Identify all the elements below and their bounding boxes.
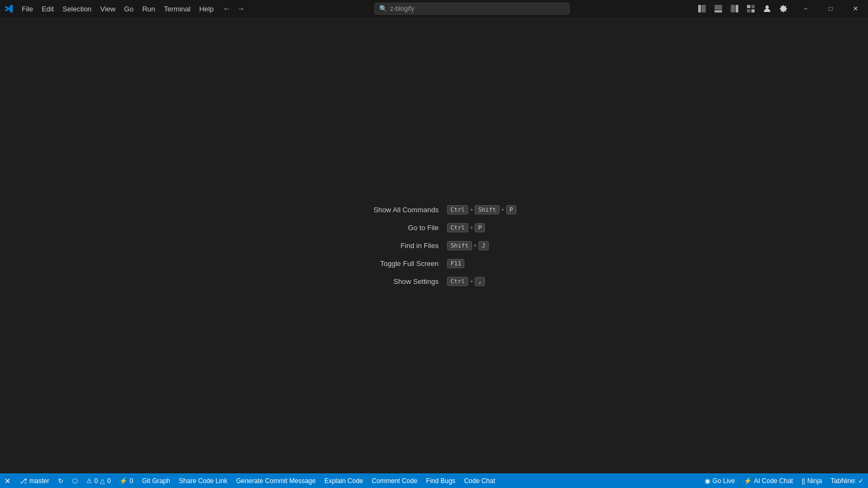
code-chat-label: Code Chat <box>464 477 495 485</box>
menu-selection[interactable]: Selection <box>58 0 95 17</box>
git-graph-label: Git Graph <box>142 477 170 485</box>
generate-commit-label: Generate Commit Message <box>236 477 316 485</box>
status-sync-item[interactable]: ↻ <box>54 473 68 488</box>
errors-count: 0 <box>94 477 98 485</box>
svg-point-10 <box>765 5 769 9</box>
go-live-label: Go Live <box>712 477 735 485</box>
svg-rect-4 <box>731 5 735 12</box>
svg-rect-3 <box>714 10 722 12</box>
svg-rect-6 <box>747 5 750 8</box>
svg-rect-2 <box>714 5 722 10</box>
status-checkout-item[interactable]: ⬡ <box>68 473 82 488</box>
menu-bar: File Edit Selection View Go Run Terminal… <box>17 0 218 17</box>
lightning-icon: ⚡ <box>119 477 127 485</box>
status-git-graph-button[interactable]: Git Graph <box>138 473 175 488</box>
menu-go[interactable]: Go <box>120 0 138 17</box>
toggle-secondary-sidebar-button[interactable] <box>727 1 742 16</box>
search-text: z-blogify <box>390 5 414 12</box>
triangle-icon: △ <box>100 477 105 485</box>
toggle-primary-sidebar-button[interactable] <box>694 1 710 16</box>
branch-name: master <box>29 477 49 485</box>
ai-code-chat-label: AI Code Chat <box>754 477 793 485</box>
shortcut-keys-toggle-fullscreen: F11 <box>447 259 464 268</box>
key-ctrl3: Ctrl <box>447 277 468 286</box>
status-generate-commit-button[interactable]: Generate Commit Message <box>232 473 320 488</box>
menu-view[interactable]: View <box>96 0 120 17</box>
shortcut-show-settings: Show Settings Ctrl + , <box>352 277 485 286</box>
status-go-live-button[interactable]: ◉ Go Live <box>700 473 739 488</box>
checkout-icon: ⬡ <box>72 477 78 485</box>
comment-code-label: Comment Code <box>372 477 417 485</box>
shortcut-find-in-files: Find in Files Shift + J <box>352 241 488 250</box>
menu-terminal[interactable]: Terminal <box>159 0 195 17</box>
status-tabnine-button[interactable]: TabNine: ✓ <box>826 473 868 488</box>
nav-forward-button[interactable]: → <box>234 2 247 15</box>
shortcut-goto-file: Go to File Ctrl + P <box>352 223 485 232</box>
status-errors-item[interactable]: ⚠ 0 △ 0 <box>82 473 115 488</box>
menu-file[interactable]: File <box>17 0 37 17</box>
svg-rect-8 <box>747 9 750 12</box>
shortcut-label-find-in-files: Find in Files <box>352 242 438 250</box>
key-p2: P <box>475 223 485 232</box>
status-ninja-button[interactable]: || Ninja <box>797 473 827 488</box>
find-bugs-label: Find Bugs <box>426 477 455 485</box>
key-shift: Shift <box>475 205 499 214</box>
warning-icon: ⚠ <box>86 477 92 485</box>
go-live-icon: ◉ <box>705 477 710 485</box>
shortcut-show-all-commands: Show All Commands Ctrl + Shift + P <box>352 205 516 214</box>
settings-gear-button[interactable] <box>776 1 791 16</box>
titlebar: File Edit Selection View Go Run Terminal… <box>0 0 868 17</box>
shortcut-label-show-settings: Show Settings <box>352 277 438 286</box>
status-close-button[interactable]: ✕ <box>0 473 15 488</box>
shortcut-label-show-all-commands: Show All Commands <box>352 206 438 214</box>
search-bar: 🔍 z-blogify <box>250 0 694 17</box>
key-p: P <box>506 205 516 214</box>
customize-layout-button[interactable] <box>743 1 758 16</box>
search-icon: 🔍 <box>379 5 387 12</box>
toggle-panel-button[interactable] <box>711 1 726 16</box>
menu-edit[interactable]: Edit <box>37 0 58 17</box>
ai-lightning-icon: ⚡ <box>744 477 752 485</box>
key-f11: F11 <box>447 259 464 268</box>
sync-icon: ↻ <box>58 477 63 485</box>
status-explain-code-button[interactable]: Explain Code <box>320 473 367 488</box>
status-code-chat-button[interactable]: Code Chat <box>459 473 499 488</box>
lightning-count: 0 <box>130 477 133 485</box>
maximize-button[interactable]: □ <box>818 0 843 17</box>
window-controls: − □ ✕ <box>793 0 868 17</box>
git-branch-icon: ⎇ <box>20 477 27 485</box>
search-input-wrapper[interactable]: 🔍 z-blogify <box>374 3 570 15</box>
key-comma: , <box>475 277 485 286</box>
title-actions <box>694 0 793 17</box>
ninja-label: Ninja <box>807 477 822 485</box>
status-find-bugs-button[interactable]: Find Bugs <box>422 473 459 488</box>
shortcut-toggle-fullscreen: Toggle Full Screen F11 <box>352 259 464 268</box>
key-sep: + <box>470 206 473 213</box>
vscode-logo-icon <box>0 0 17 17</box>
minimize-button[interactable]: − <box>793 0 818 17</box>
shortcut-keys-show-settings: Ctrl + , <box>447 277 485 286</box>
main-area: Show All Commands Ctrl + Shift + P Go to… <box>0 17 868 473</box>
status-ai-code-chat-button[interactable]: ⚡ AI Code Chat <box>739 473 797 488</box>
shortcut-label-toggle-fullscreen: Toggle Full Screen <box>352 259 438 268</box>
key-sep2: + <box>501 206 505 213</box>
key-sep5: + <box>470 278 473 284</box>
shortcut-keys-goto-file: Ctrl + P <box>447 223 485 232</box>
svg-rect-5 <box>736 5 738 12</box>
shortcut-keys-show-all-commands: Ctrl + Shift + P <box>447 205 516 214</box>
status-share-code-button[interactable]: Share Code Link <box>175 473 232 488</box>
svg-rect-7 <box>751 5 755 8</box>
status-lightning-item[interactable]: ⚡ 0 <box>115 473 138 488</box>
accounts-button[interactable] <box>760 1 775 16</box>
key-ctrl2: Ctrl <box>447 223 468 232</box>
close-icon: ✕ <box>4 477 11 485</box>
status-comment-code-button[interactable]: Comment Code <box>367 473 422 488</box>
status-branch-item[interactable]: ⎇ master <box>15 473 54 488</box>
menu-run[interactable]: Run <box>138 0 159 17</box>
close-button[interactable]: ✕ <box>843 0 868 17</box>
key-shift2: Shift <box>447 241 471 250</box>
menu-help[interactable]: Help <box>195 0 218 17</box>
status-right: ◉ Go Live ⚡ AI Code Chat || Ninja TabNin… <box>700 473 868 488</box>
nav-back-button[interactable]: ← <box>220 2 233 15</box>
warnings-count: 0 <box>107 477 111 485</box>
